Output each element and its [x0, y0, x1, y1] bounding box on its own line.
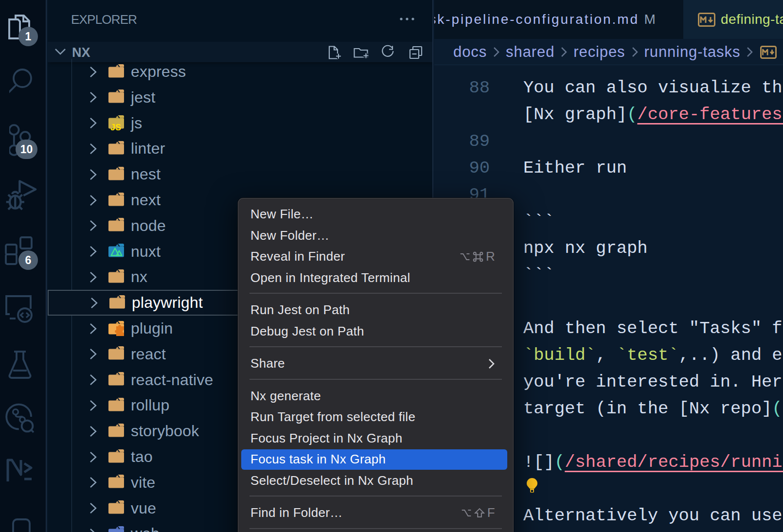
svg-text:JS: JS [110, 123, 121, 131]
